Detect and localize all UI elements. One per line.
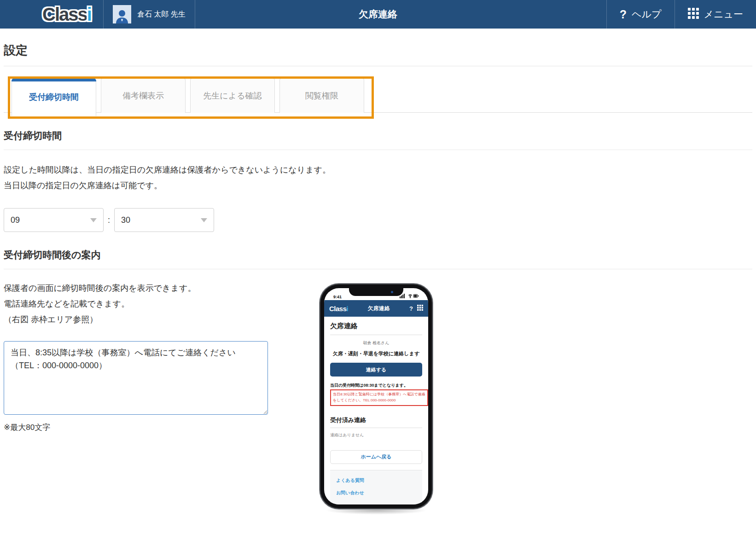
phone-app-bar: Classi 欠席連絡 ? (324, 300, 428, 317)
page-title: 設定 (4, 42, 752, 66)
phone-app-content: 欠席連絡 朝倉 椎名さん 欠席・遅刻・早退を学校に連絡します 連絡する 当日の受… (324, 317, 428, 504)
user-avatar-icon (113, 5, 131, 23)
deadline-desc-line2: 当日以降の指定日の欠席連絡は可能です。 (4, 181, 162, 190)
phone-notch (349, 288, 403, 296)
help-label: ヘルプ (632, 8, 661, 21)
notice-desc-line2: 電話連絡先などを記載できます。 (4, 299, 129, 308)
deadline-desc-line1: 設定した時間以降は、当日の指定日の欠席連絡は保護者からできないようになります。 (4, 165, 331, 174)
phone-red-annotation-notice: 当日8:30以降と緊急時には学校（事務室）へ電話で連絡をしてください。TEL:0… (330, 389, 428, 406)
status-time: 9:41 (333, 295, 342, 299)
tab-teacher-confirmation[interactable]: 先生による確認 (190, 78, 275, 113)
hour-select[interactable]: 09 (4, 208, 104, 232)
phone-app-bar-icons: ? (409, 304, 423, 313)
phone-received-heading: 受付済み連絡 (330, 416, 422, 428)
deadline-description: 設定した時間以降は、当日の指定日の欠席連絡は保護者からできないようになります。 … (4, 162, 752, 193)
phone-frame: 9:41 (320, 284, 432, 508)
phone-deadline-note: 当日の受付時間は08:30までとなります。 (330, 383, 422, 388)
help-icon: ? (620, 8, 627, 21)
notice-description: 保護者の画面に締切時間後の案内を表示できます。 電話連絡先などを記載できます。 … (4, 280, 289, 327)
hour-value: 09 (11, 215, 20, 225)
notice-heading: 受付締切時間後の案内 (4, 249, 752, 269)
classi-logo[interactable]: Classi (0, 0, 103, 29)
classi-logo-text: Classi (42, 5, 91, 23)
grid-menu-icon (688, 8, 699, 21)
user-account[interactable]: 倉石 太郎 先生 (103, 0, 195, 29)
phone-grid-menu-icon[interactable] (417, 304, 423, 313)
phone-mockup: 9:41 (320, 284, 432, 508)
status-icons (400, 293, 419, 299)
settings-tabs-area: 受付締切時間 備考欄表示 先生による確認 閲覧権限 (4, 78, 752, 113)
notice-desc-line1: 保護者の画面に締切時間後の案内を表示できます。 (4, 284, 196, 293)
settings-tab-bar: 受付締切時間 備考欄表示 先生による確認 閲覧権限 (4, 78, 752, 113)
app-header: Classi 倉石 太郎 先生 欠席連絡 ? ヘルプ (0, 0, 756, 29)
user-name: 倉石 太郎 先生 (137, 10, 186, 19)
tab-reception-deadline[interactable]: 受付締切時間 (12, 78, 96, 116)
notice-body: 保護者の画面に締切時間後の案内を表示できます。 電話連絡先などを記載できます。 … (4, 280, 752, 529)
notice-desc-line3: （右図 赤枠エリア参照） (4, 315, 98, 324)
phone-home-button[interactable]: ホームへ戻る (330, 450, 422, 464)
minute-value: 30 (121, 215, 130, 225)
phone-help-icon[interactable]: ? (409, 305, 413, 312)
chevron-down-icon (201, 218, 207, 222)
help-button[interactable]: ? ヘルプ (606, 0, 675, 29)
notice-message-textarea[interactable]: 当日、8:35以降は学校（事務室）へ電話にてご連絡ください（TEL：000-00… (4, 341, 268, 415)
phone-faq-link[interactable]: よくある質問 (336, 477, 416, 484)
minute-select[interactable]: 30 (114, 208, 214, 232)
main-content: 設定 受付締切時間 備考欄表示 先生による確認 閲覧権限 受付締切時間 設定した… (0, 42, 756, 529)
person-icon (115, 9, 129, 23)
phone-student-name: 朝倉 椎名さん (330, 340, 422, 346)
after-deadline-notice-section: 受付締切時間後の案内 保護者の画面に締切時間後の案内を表示できます。 電話連絡先… (4, 249, 752, 529)
menu-button[interactable]: メニュー (675, 0, 756, 29)
tab-view-permission[interactable]: 閲覧権限 (279, 78, 364, 113)
phone-contact-link[interactable]: お問い合わせ (336, 490, 416, 496)
time-colon: : (108, 215, 110, 225)
phone-screen: 9:41 (324, 288, 428, 504)
tab-remarks-display[interactable]: 備考欄表示 (101, 78, 186, 113)
phone-page-title: 欠席連絡 (330, 322, 422, 335)
phone-footer: よくある質問 お問い合わせ (330, 470, 422, 504)
phone-contact-button[interactable]: 連絡する (330, 363, 422, 377)
phone-classi-logo: Classi (329, 305, 348, 313)
chevron-down-icon (90, 218, 97, 222)
phone-lead-text: 欠席・遅刻・早退を学校に連絡します (330, 350, 422, 357)
phone-no-contact-text: 連絡はありません (330, 432, 422, 438)
menu-label: メニュー (704, 8, 743, 21)
page-header-title: 欠席連絡 (359, 8, 397, 21)
deadline-time-row: 09 : 30 (4, 208, 752, 232)
deadline-section: 受付締切時間 設定した時間以降は、当日の指定日の欠席連絡は保護者からできないよう… (4, 129, 752, 232)
phone-app-bar-title: 欠席連絡 (348, 305, 409, 313)
deadline-heading: 受付締切時間 (4, 129, 752, 150)
